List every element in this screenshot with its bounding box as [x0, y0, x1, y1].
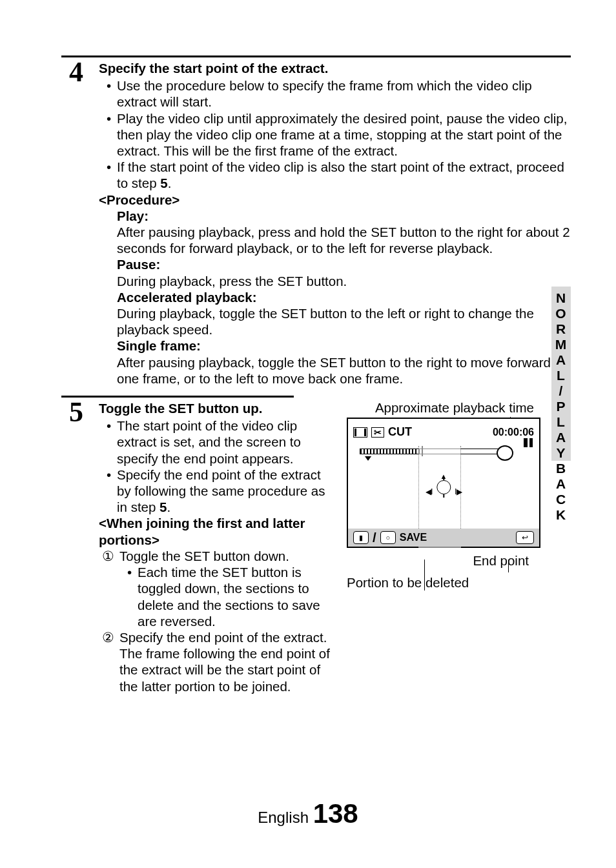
text: If the start point of the video clip is … — [117, 159, 564, 190]
pause-text: During playback, press the SET button. — [117, 273, 571, 289]
page-number: 138 — [313, 798, 358, 829]
procedure-heading: <Procedure> — [99, 192, 571, 208]
pause-heading: Pause: — [117, 256, 571, 272]
photo-mode-icon: ○ — [380, 531, 396, 544]
bullet: If the start point of the video clip is … — [117, 159, 571, 191]
frame-heading: Single frame: — [117, 338, 571, 354]
text-bold: 5 — [159, 500, 167, 514]
enum-item-1: Toggle the SET button down. Each time th… — [117, 548, 331, 629]
leader-line — [508, 560, 509, 572]
text: Toggle the SET button down. — [119, 549, 289, 563]
joystick-icon: ▲ ◀Ⅰ Ⅰ▶ — [426, 473, 461, 498]
step-number: 5 — [61, 398, 83, 427]
return-icon: ↩ — [516, 531, 534, 544]
divider — [61, 396, 294, 398]
join-heading: <When joining the first and latter porti… — [99, 515, 331, 547]
footer-language: English — [258, 809, 313, 826]
scissors-icon: ✂ — [371, 427, 384, 438]
step-5-title: Toggle the SET button up. — [99, 400, 331, 416]
enum-item-2: Specify the end point of the extract. Th… — [117, 629, 331, 694]
text: . — [167, 500, 171, 514]
diagram-area: Approximate playback time ✂ CUT 00:00:06 — [347, 400, 540, 590]
marker-icon — [365, 456, 371, 461]
portion-deleted-label: Portion to be deleted — [347, 575, 540, 590]
accel-heading: Accelerated playback: — [117, 289, 571, 305]
time-display: 00:00:06 — [493, 427, 534, 438]
divider — [61, 56, 571, 57]
save-label: SAVE — [400, 532, 427, 543]
bullet: The start point of the video clip extrac… — [117, 418, 331, 467]
film-icon — [353, 427, 367, 438]
endpoint-label: End point — [347, 553, 540, 569]
frame-text: After pausing playback, toggle the SET b… — [117, 354, 571, 387]
cut-label: CUT — [388, 425, 412, 439]
movie-mode-icon: ▮ — [353, 531, 369, 544]
accel-text: During playback, toggle the SET button t… — [117, 305, 571, 338]
step-4: 4 Specify the start point of the extract… — [61, 60, 571, 387]
text: Specify the end point of the extract by … — [117, 467, 325, 514]
step-number: 4 — [61, 58, 83, 86]
bullet: Specify the end point of the extract by … — [117, 467, 331, 516]
side-tab-label: NORMAL/PLAYBACK — [554, 290, 568, 523]
play-text: After pausing playback, press and hold t… — [117, 224, 571, 256]
step-5: 5 Toggle the SET button up. The start po… — [61, 400, 571, 694]
leader-line — [424, 560, 425, 590]
camera-screen: ✂ CUT 00:00:06 ▲ ◀Ⅰ — [347, 418, 540, 548]
bullet: Play the video clip until approximately … — [117, 110, 571, 159]
sub-bullet: Each time the SET button is toggled down… — [119, 564, 331, 629]
bullet: Use the procedure below to specify the f… — [117, 77, 571, 110]
timeline — [360, 446, 528, 455]
page-footer: English 138 — [0, 798, 616, 829]
text: . — [168, 176, 172, 190]
play-heading: Play: — [117, 208, 571, 224]
playhead-icon — [497, 445, 513, 461]
approx-time-label: Approximate playback time — [347, 400, 540, 416]
step-4-title: Specify the start point of the extract. — [99, 60, 571, 76]
text-bold: 5 — [160, 176, 167, 190]
